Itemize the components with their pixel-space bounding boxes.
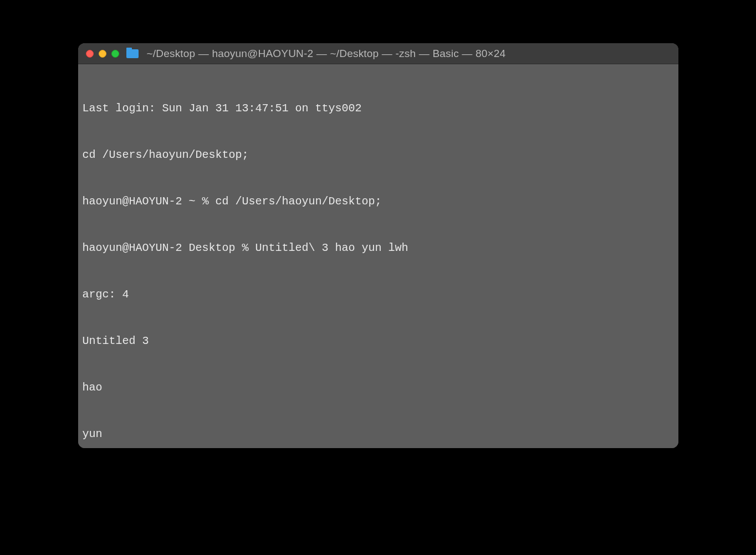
terminal-line: hao	[83, 380, 674, 395]
terminal-window: ~/Desktop — haoyun@HAOYUN-2 — ~/Desktop …	[78, 43, 678, 448]
terminal-line: haoyun@HAOYUN-2 Desktop % Untitled\ 3 ha…	[83, 240, 674, 256]
terminal-line: yun	[83, 426, 674, 442]
terminal-body[interactable]: Last login: Sun Jan 31 13:47:51 on ttys0…	[78, 64, 678, 448]
terminal-line: Last login: Sun Jan 31 13:47:51 on ttys0…	[83, 101, 674, 116]
terminal-line: argc: 4	[83, 287, 674, 302]
terminal-line: cd /Users/haoyun/Desktop;	[83, 147, 674, 163]
terminal-line: Untitled 3	[83, 333, 674, 349]
window-title: ~/Desktop — haoyun@HAOYUN-2 — ~/Desktop …	[147, 48, 506, 60]
close-button[interactable]	[86, 50, 94, 58]
minimize-button[interactable]	[99, 50, 106, 58]
traffic-lights	[86, 50, 119, 58]
maximize-button[interactable]	[111, 50, 119, 58]
titlebar[interactable]: ~/Desktop — haoyun@HAOYUN-2 — ~/Desktop …	[78, 43, 678, 64]
terminal-line: haoyun@HAOYUN-2 ~ % cd /Users/haoyun/Des…	[83, 194, 674, 209]
folder-icon[interactable]	[126, 49, 139, 58]
